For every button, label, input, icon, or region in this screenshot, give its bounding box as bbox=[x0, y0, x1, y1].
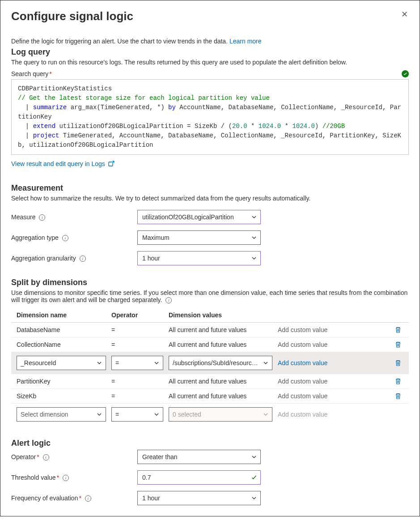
new-dimension-values-select[interactable]: 0 selected bbox=[169, 407, 272, 422]
aggregation-granularity-select[interactable]: 1 hour bbox=[137, 251, 261, 265]
query-area: CDBPartitionKeyStatistics // Get the lat… bbox=[11, 79, 409, 155]
measure-select[interactable]: utilizationOf20GBLogicalPartition bbox=[137, 210, 261, 224]
table-row: SizeKb=All current and future valuesAdd … bbox=[11, 389, 409, 404]
configure-signal-logic-panel: Configure signal logic ✕ Define the logi… bbox=[0, 0, 420, 516]
dimensions-table-header: Dimension name Operator Dimension values bbox=[11, 308, 409, 323]
col-dimension-values: Dimension values bbox=[169, 311, 272, 319]
operator-row: Operator* i Greater than bbox=[11, 450, 409, 464]
close-icon[interactable]: ✕ bbox=[400, 9, 409, 19]
splitby-heading: Split by dimensions bbox=[11, 278, 409, 287]
frequency-row: Frequency of evaluation* i 1 hour bbox=[11, 491, 409, 505]
aggregation-type-label: Aggregation type i bbox=[11, 234, 137, 241]
chevron-down-icon bbox=[251, 214, 257, 220]
delete-icon[interactable] bbox=[395, 392, 402, 400]
table-row: DatabaseName=All current and future valu… bbox=[11, 323, 409, 337]
table-row: CollectionName=All current and future va… bbox=[11, 337, 409, 352]
operator-label: Operator* i bbox=[11, 453, 137, 460]
panel-header: Configure signal logic ✕ bbox=[11, 9, 409, 23]
info-icon[interactable]: i bbox=[62, 235, 68, 241]
delete-icon[interactable] bbox=[395, 326, 402, 333]
measurement-heading: Measurement bbox=[11, 183, 409, 193]
dimension-op-cell: = bbox=[111, 378, 163, 385]
chevron-down-icon bbox=[263, 412, 268, 417]
add-custom-value-link[interactable]: Add custom value bbox=[278, 326, 387, 333]
dimension-name-select[interactable]: _ResourceId bbox=[17, 356, 106, 370]
query-valid-icon bbox=[402, 70, 409, 77]
view-in-logs-link[interactable]: View result and edit query in Logs bbox=[11, 160, 105, 167]
valid-check-icon bbox=[251, 474, 257, 481]
aggregation-granularity-label: Aggregation granularity i bbox=[11, 255, 137, 262]
popout-icon[interactable] bbox=[108, 160, 115, 167]
measurement-desc: Select how to summarize the results. We … bbox=[11, 195, 409, 202]
aggregation-type-row: Aggregation type i Maximum bbox=[11, 230, 409, 245]
required-mark: * bbox=[49, 70, 51, 77]
dimensions-table: Dimension name Operator Dimension values… bbox=[11, 308, 409, 425]
learn-more-link[interactable]: Learn more bbox=[229, 38, 262, 45]
dimension-values-cell: All current and future values bbox=[169, 378, 272, 385]
delete-icon[interactable] bbox=[395, 359, 402, 367]
info-icon[interactable]: i bbox=[43, 454, 49, 460]
col-dimension-name: Dimension name bbox=[17, 311, 106, 319]
chevron-down-icon bbox=[251, 495, 257, 501]
log-query-desc: The query to run on this resource's logs… bbox=[11, 59, 409, 66]
dimension-values-select[interactable]: /subscriptions/SubId/resourc… bbox=[169, 356, 272, 370]
measure-row: Measure i utilizationOf20GBLogicalPartit… bbox=[11, 210, 409, 224]
dimension-name-cell: PartitionKey bbox=[17, 378, 106, 385]
delete-icon[interactable] bbox=[395, 341, 402, 348]
search-query-label: Search query* bbox=[11, 70, 52, 77]
intro-text-body: Define the logic for triggering an alert… bbox=[11, 38, 229, 45]
dimension-op-cell: = bbox=[111, 326, 163, 333]
chevron-down-icon bbox=[263, 360, 268, 366]
chevron-down-icon bbox=[251, 256, 257, 261]
table-row: PartitionKey=All current and future valu… bbox=[11, 374, 409, 389]
threshold-label: Threshold value* i bbox=[11, 474, 137, 481]
dimension-op-cell: = bbox=[111, 341, 163, 348]
new-dimension-name-select[interactable]: Select dimension bbox=[17, 407, 106, 422]
dimension-op-select[interactable]: = bbox=[111, 356, 163, 370]
measure-label: Measure i bbox=[11, 213, 137, 221]
col-operator: Operator bbox=[111, 311, 163, 319]
info-icon[interactable]: i bbox=[80, 256, 86, 262]
dimensions-new-row: Select dimension = 0 selected Add custom… bbox=[11, 404, 409, 425]
info-icon[interactable]: i bbox=[63, 475, 69, 481]
dimension-op-cell: = bbox=[111, 392, 163, 400]
info-icon[interactable]: i bbox=[85, 495, 91, 502]
dimension-values-cell: All current and future values bbox=[169, 341, 272, 348]
aggregation-granularity-row: Aggregation granularity i 1 hour bbox=[11, 251, 409, 265]
table-row: _ResourceId=/subscriptions/SubId/resourc… bbox=[11, 352, 409, 374]
chevron-down-icon bbox=[251, 454, 257, 460]
chevron-down-icon bbox=[251, 235, 257, 240]
operator-select[interactable]: Greater than bbox=[137, 450, 261, 464]
add-custom-value-link[interactable]: Add custom value bbox=[278, 378, 387, 385]
new-dimension-custom-placeholder: Add custom value bbox=[278, 411, 387, 418]
chevron-down-icon bbox=[97, 360, 102, 366]
threshold-input[interactable] bbox=[137, 470, 261, 485]
info-icon[interactable]: i bbox=[39, 214, 45, 221]
aggregation-type-select[interactable]: Maximum bbox=[137, 230, 261, 245]
log-query-heading: Log query bbox=[11, 47, 409, 57]
chevron-down-icon bbox=[154, 412, 159, 417]
new-dimension-op-select[interactable]: = bbox=[111, 407, 163, 422]
frequency-label: Frequency of evaluation* i bbox=[11, 494, 137, 502]
threshold-row: Threshold value* i bbox=[11, 470, 409, 485]
dimension-name-cell: CollectionName bbox=[17, 341, 106, 348]
view-in-logs-row: View result and edit query in Logs bbox=[11, 160, 409, 167]
frequency-select[interactable]: 1 hour bbox=[137, 491, 261, 505]
splitby-desc: Use dimensions to monitor specific time … bbox=[11, 289, 409, 303]
dimension-name-cell: DatabaseName bbox=[17, 326, 106, 333]
add-custom-value-link[interactable]: Add custom value bbox=[278, 359, 387, 367]
info-icon[interactable]: i bbox=[165, 297, 172, 303]
dimension-values-cell: All current and future values bbox=[169, 392, 272, 400]
dimension-name-cell: SizeKb bbox=[17, 392, 106, 400]
alert-logic-heading: Alert logic bbox=[11, 439, 409, 448]
search-query-editor[interactable]: CDBPartitionKeyStatistics // Get the lat… bbox=[11, 79, 409, 155]
add-custom-value-link[interactable]: Add custom value bbox=[278, 392, 387, 400]
dimension-values-cell: All current and future values bbox=[169, 326, 272, 333]
intro-text: Define the logic for triggering an alert… bbox=[11, 38, 409, 45]
chevron-down-icon bbox=[154, 360, 159, 366]
chevron-down-icon bbox=[97, 412, 102, 417]
page-title: Configure signal logic bbox=[11, 9, 133, 23]
delete-icon[interactable] bbox=[395, 378, 402, 385]
add-custom-value-link[interactable]: Add custom value bbox=[278, 341, 387, 348]
